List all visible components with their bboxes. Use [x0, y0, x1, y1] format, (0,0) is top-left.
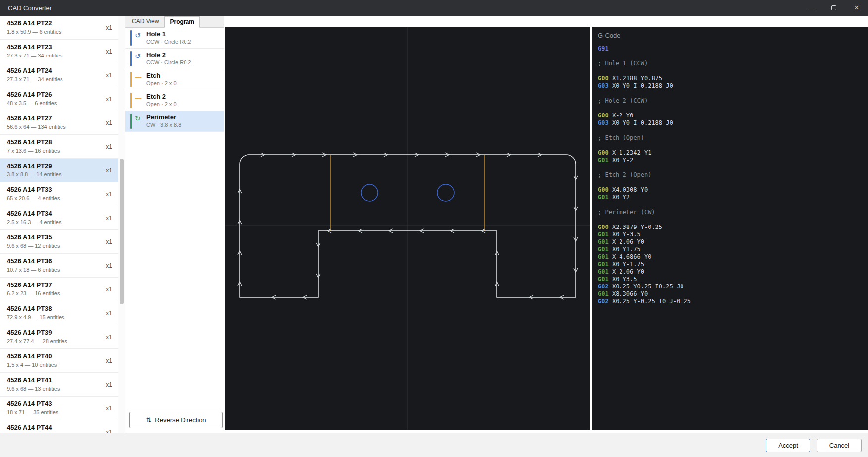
part-list-item[interactable]: 4526 A14 PT419.6 x 68 — 13 entitiesx1	[0, 373, 118, 397]
operation-item[interactable]: ↺Hole 2CCW · Circle R0.2	[125, 49, 224, 69]
gcode-listing: G91 ; Hole 1 (CCW) G00 X1.2188 Y0.875G03…	[598, 45, 868, 305]
part-meta: 9.6 x 68 — 12 entities	[7, 243, 113, 249]
gcode-line: G03 X0 Y0 I-0.2188 J0	[598, 119, 868, 127]
gcode-line: G03 X0 Y0 I-0.2188 J0	[598, 82, 868, 90]
view-tabs: CAD View Program	[125, 16, 224, 28]
part-list-item[interactable]: 4526 A14 PT287 x 13.6 — 16 entitiesx1	[0, 135, 118, 159]
app-window: CAD Converter × 4526 A14 PT221.8 x 50.9 …	[0, 0, 868, 457]
gcode-line: G01 X-2.06 Y0	[598, 268, 868, 276]
gcode-line	[598, 105, 868, 112]
maximize-button[interactable]	[822, 0, 845, 16]
gcode-line: G00 X-2 Y0	[598, 112, 868, 119]
part-meta: 2.5 x 16.3 — 4 entities	[7, 219, 113, 225]
operation-item[interactable]: ↺Hole 1CCW · Circle R0.2	[125, 28, 224, 49]
part-meta: 6.2 x 23 — 16 entities	[7, 290, 113, 296]
part-list-item[interactable]: 4526 A14 PT3610.7 x 18 — 6 entitiesx1	[0, 254, 118, 278]
part-meta: 18 x 71 — 35 entities	[7, 409, 113, 415]
part-quantity: x1	[106, 24, 112, 31]
part-name: 4526 A14 PT38	[7, 305, 113, 312]
cancel-button[interactable]: Cancel	[817, 439, 862, 452]
gcode-line: G91	[598, 45, 868, 53]
title-bar: CAD Converter ×	[0, 0, 868, 16]
accept-button[interactable]: Accept	[766, 439, 810, 452]
operation-meta: CW · 3.8 x 8.8	[146, 122, 221, 128]
parts-sidebar: 4526 A14 PT221.8 x 50.9 — 6 entitiesx145…	[0, 16, 125, 433]
sidebar-scrollbar[interactable]	[118, 16, 125, 433]
gcode-line: G01 X0 Y-1.75	[598, 261, 868, 268]
part-list-item[interactable]: 4526 A14 PT2427.3 x 71 — 34 entitiesx1	[0, 63, 118, 87]
part-quantity: x1	[106, 286, 112, 293]
part-list-item[interactable]: 4526 A14 PT2648 x 3.5 — 6 entitiesx1	[0, 87, 118, 111]
tab-program[interactable]: Program	[164, 16, 199, 28]
ccw-arrow-icon: ↺	[135, 53, 141, 59]
part-list-item[interactable]: 4526 A14 PT293.8 x 8.8 — 14 entitiesx1	[0, 159, 118, 182]
part-quantity: x1	[106, 191, 112, 198]
gcode-line	[598, 67, 868, 75]
gcode-line: G00 X-1.2342 Y1	[598, 149, 868, 157]
operation-color-stripe	[130, 72, 132, 87]
operation-color-stripe	[130, 114, 132, 129]
part-meta: 48 x 3.5 — 6 entities	[7, 100, 113, 106]
close-button[interactable]: ×	[845, 0, 868, 16]
footer-bar: Accept Cancel	[0, 433, 868, 457]
gcode-line: G01 X0 Y2	[598, 194, 868, 201]
window-controls: ×	[800, 0, 868, 16]
part-list-item[interactable]: 4526 A14 PT376.2 x 23 — 16 entitiesx1	[0, 278, 118, 301]
part-quantity: x1	[106, 48, 112, 55]
part-name: 4526 A14 PT37	[7, 281, 113, 288]
part-quantity: x1	[106, 334, 112, 341]
part-name: 4526 A14 PT27	[7, 114, 113, 122]
part-list-item[interactable]: 4526 A14 PT2756.6 x 64 — 134 entitiesx1	[0, 111, 118, 135]
operation-title: Perimeter	[146, 114, 221, 121]
program-panel: CAD View Program ↺Hole 1CCW · Circle R0.…	[125, 16, 224, 433]
gcode-line: ; Perimeter (CW)	[598, 209, 868, 216]
part-name: 4526 A14 PT35	[7, 233, 113, 241]
gcode-line: G01 X8.3066 Y0	[598, 290, 868, 298]
operation-color-stripe	[130, 30, 132, 46]
part-list-item[interactable]: 4526 A14 PT2327.3 x 71 — 34 entitiesx1	[0, 40, 118, 63]
parts-list: 4526 A14 PT221.8 x 50.9 — 6 entitiesx145…	[0, 16, 118, 433]
gcode-line	[598, 127, 868, 134]
maximize-icon	[831, 5, 836, 10]
tab-cad-view[interactable]: CAD View	[126, 16, 164, 27]
part-quantity: x1	[106, 167, 112, 174]
cad-canvas[interactable]	[225, 27, 590, 430]
gcode-line: ; Hole 2 (CCW)	[598, 97, 868, 105]
operation-item[interactable]: —Etch 2Open · 2 x 0	[125, 90, 224, 111]
operation-color-stripe	[130, 51, 132, 66]
part-list-item[interactable]: 4526 A14 PT3365 x 20.6 — 4 entitiesx1	[0, 182, 118, 206]
operation-title: Hole 2	[146, 51, 221, 58]
minimize-button[interactable]	[800, 0, 822, 16]
gcode-line	[598, 179, 868, 186]
ccw-arrow-icon: ↺	[135, 32, 141, 39]
part-quantity: x1	[106, 310, 112, 317]
reverse-direction-button[interactable]: ⇅ Reverse Direction	[129, 412, 223, 428]
part-name: 4526 A14 PT22	[7, 19, 113, 27]
part-list-item[interactable]: 4526 A14 PT3927.4 x 77.4 — 28 entitiesx1	[0, 325, 118, 349]
part-meta: 27.3 x 71 — 34 entities	[7, 76, 113, 82]
part-list-item[interactable]: 4526 A14 PT44x1	[0, 420, 118, 433]
gcode-line: ; Hole 1 (CCW)	[598, 60, 868, 67]
part-quantity: x1	[106, 381, 112, 388]
window-title: CAD Converter	[0, 4, 52, 12]
part-quantity: x1	[106, 96, 112, 103]
part-list-item[interactable]: 4526 A14 PT342.5 x 16.3 — 4 entitiesx1	[0, 206, 118, 230]
scrollbar-thumb[interactable]	[120, 159, 124, 304]
operation-meta: CCW · Circle R0.2	[146, 39, 221, 45]
part-name: 4526 A14 PT34	[7, 210, 113, 217]
part-list-item[interactable]: 4526 A14 PT401.5 x 4 — 10 entitiesx1	[0, 349, 118, 373]
part-quantity: x1	[106, 119, 112, 126]
part-list-item[interactable]: 4526 A14 PT221.8 x 50.9 — 6 entitiesx1	[0, 16, 118, 40]
part-name: 4526 A14 PT43	[7, 400, 113, 407]
gcode-line: G01 X0 Y1.75	[598, 246, 868, 253]
gcode-line: G02 X0.25 Y0.25 I0.25 J0	[598, 283, 868, 290]
part-name: 4526 A14 PT26	[7, 91, 113, 98]
operation-item[interactable]: —EtchOpen · 2 x 0	[125, 69, 224, 90]
part-list-item[interactable]: 4526 A14 PT3872.9 x 4.9 — 15 entitiesx1	[0, 301, 118, 325]
part-list-item[interactable]: 4526 A14 PT359.6 x 68 — 12 entitiesx1	[0, 230, 118, 254]
part-list-item[interactable]: 4526 A14 PT4318 x 71 — 35 entitiesx1	[0, 397, 118, 420]
operation-meta: Open · 2 x 0	[146, 101, 221, 107]
operation-item[interactable]: ↻PerimeterCW · 3.8 x 8.8	[125, 111, 224, 132]
part-quantity: x1	[106, 405, 112, 412]
gcode-line	[598, 201, 868, 209]
